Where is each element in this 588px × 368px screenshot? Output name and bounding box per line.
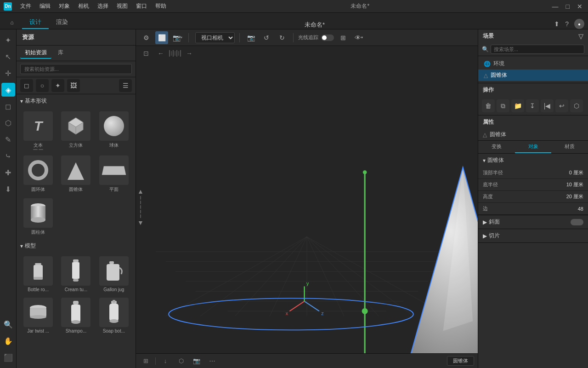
model-cream[interactable]: Cream tu... xyxy=(58,254,94,294)
tab-material[interactable]: 材质 xyxy=(551,141,588,153)
tab-design[interactable]: 设计 xyxy=(22,16,49,29)
svg-point-22 xyxy=(109,319,119,323)
help-icon[interactable]: ? xyxy=(565,20,569,28)
tool-shapes[interactable]: ◈ xyxy=(1,83,15,97)
shape-icon[interactable]: ⬡ xyxy=(175,355,187,367)
bevel-group-header[interactable]: ▶ 斜面 xyxy=(478,215,588,229)
filter-circle[interactable]: ○ xyxy=(36,79,49,92)
tool-sculpt[interactable]: ⤷ xyxy=(1,149,15,163)
align-icon[interactable]: ↧ xyxy=(526,99,539,112)
material-icon[interactable]: ⬡ xyxy=(570,99,583,112)
share-icon[interactable]: ⬆ xyxy=(554,20,560,28)
tool-object[interactable]: ◻ xyxy=(1,99,15,113)
raytrace-toggle[interactable] xyxy=(321,34,334,41)
more-options-icon[interactable]: ··· xyxy=(206,355,218,367)
model-bottle[interactable]: Bottle ro... xyxy=(20,254,56,294)
close-button[interactable]: ✕ xyxy=(575,3,584,10)
tool-move[interactable]: ✚ xyxy=(1,166,15,179)
next-frame-icon[interactable]: → xyxy=(183,47,196,60)
asset-cube[interactable]: 立方体 xyxy=(58,109,94,152)
tool-search[interactable]: 🔍 xyxy=(1,317,15,331)
home-tab[interactable]: ⌂ xyxy=(4,16,20,29)
models-section[interactable]: ▾ 模型 xyxy=(17,239,136,253)
first-frame-icon[interactable]: |◀ xyxy=(541,99,554,112)
menu-window[interactable]: 窗口 xyxy=(132,1,151,11)
filter-shape[interactable]: ◻ xyxy=(20,79,33,92)
slice-group-header[interactable]: ▶ 切片 xyxy=(478,229,588,242)
tool-add[interactable]: ✦ xyxy=(1,33,15,47)
tab-library[interactable]: 库 xyxy=(53,47,68,59)
asset-sphere[interactable]: 球体 xyxy=(96,109,132,152)
tab-initial-assets[interactable]: 初始资源 xyxy=(20,47,51,59)
tool-select[interactable]: ↖ xyxy=(1,50,15,63)
delete-icon[interactable]: 🗑 xyxy=(482,99,495,112)
user-avatar[interactable]: ● xyxy=(574,19,584,29)
sides-value[interactable]: 48 xyxy=(520,206,583,212)
app-body: ✦ ↖ ✛ ◈ ◻ ⬡ ✎ ⤷ ✚ ⬇ 🔍 ✋ ⬛ 资源 初始资源 库 ◻ ○ … xyxy=(0,29,588,368)
duplicate-icon[interactable]: ⧉ xyxy=(497,99,509,112)
model-shampoo[interactable]: Shampo... xyxy=(58,296,94,335)
prev-frame-icon[interactable]: ← xyxy=(154,47,167,60)
import-icon[interactable]: ↓ xyxy=(159,355,171,367)
asset-search-input[interactable] xyxy=(20,64,132,74)
tool-pull[interactable]: ⬇ xyxy=(1,182,15,196)
filter-list-view[interactable]: ☰ xyxy=(119,79,132,92)
scene-item-cone[interactable]: △ 圆锥体 xyxy=(478,69,588,81)
top-radius-value[interactable]: 0 厘米 xyxy=(520,169,583,176)
cone-3d[interactable] xyxy=(403,167,478,353)
camera-status-icon[interactable]: 📷 xyxy=(191,355,203,367)
maximize-button[interactable]: □ xyxy=(564,3,571,10)
scene-item-environment[interactable]: 🌐 环境 xyxy=(478,58,588,69)
viewport-orbit-icon[interactable]: ↻ xyxy=(276,31,288,44)
menu-edit[interactable]: 编辑 xyxy=(36,1,54,11)
snap-icon[interactable]: ⊞ xyxy=(140,355,152,367)
model-gallon[interactable]: Gallon jug xyxy=(96,254,132,294)
menu-help[interactable]: 帮助 xyxy=(152,1,170,11)
viewport-camera-align[interactable]: 📷 ▾ xyxy=(171,31,184,44)
height-value[interactable]: 20 厘米 xyxy=(520,193,583,200)
tab-render[interactable]: 渲染 xyxy=(49,16,75,29)
menu-camera[interactable]: 相机 xyxy=(74,1,93,11)
menu-file[interactable]: 文件 xyxy=(17,1,35,11)
viewport-rotate-icon[interactable]: ↺ xyxy=(260,31,273,44)
bevel-toggle[interactable] xyxy=(571,219,583,225)
prop-top-radius: 顶部半径 0 厘米 xyxy=(478,167,588,179)
folder-icon[interactable]: 📁 xyxy=(511,99,524,112)
scene-search-input[interactable] xyxy=(491,45,584,54)
tab-object[interactable]: 对象 xyxy=(515,141,552,153)
cone-group-header[interactable]: ▾ 圆锥体 xyxy=(478,154,588,167)
tool-history[interactable]: ⬛ xyxy=(1,351,15,364)
bottom-radius-value[interactable]: 10 厘米 xyxy=(520,181,583,188)
render-camera-icon[interactable]: 📷 xyxy=(244,31,257,44)
scene-filter-icon[interactable]: ▽ xyxy=(578,33,583,40)
tool-hand[interactable]: ✋ xyxy=(1,334,15,348)
asset-cylinder[interactable]: 圆柱体 xyxy=(20,196,56,237)
menu-select[interactable]: 选择 xyxy=(94,1,112,11)
asset-text[interactable]: T 文本 xyxy=(20,109,56,152)
tool-paint[interactable]: ⬡ xyxy=(1,116,15,130)
filter-image[interactable]: 🖼 xyxy=(67,79,80,92)
grid-icon[interactable]: ⊞ xyxy=(337,31,350,44)
models-grid: Bottle ro... Cream tu... xyxy=(17,253,136,337)
tab-transform[interactable]: 变换 xyxy=(478,141,515,153)
menu-view[interactable]: 视图 xyxy=(113,1,131,11)
tool-transform[interactable]: ✛ xyxy=(1,66,15,80)
model-soap[interactable]: Soap bot... xyxy=(96,296,132,335)
tool-brush[interactable]: ✎ xyxy=(1,132,15,146)
asset-plane[interactable]: 平面 xyxy=(96,154,132,195)
menu-object[interactable]: 对象 xyxy=(55,1,74,11)
basic-shapes-section[interactable]: ▾ 基本形状 xyxy=(17,94,136,108)
eye-menu-btn[interactable]: 👁 ▾ xyxy=(352,31,365,44)
asset-cone[interactable]: 圆锥体 xyxy=(58,154,94,195)
viewport-settings-icon[interactable]: ⚙ xyxy=(140,31,153,44)
slider-up-icon[interactable]: ▲ xyxy=(137,188,144,195)
fit-view-icon[interactable]: ⊡ xyxy=(140,47,153,60)
viewport-solid-view[interactable]: ⬜ xyxy=(155,31,168,44)
slider-down-icon[interactable]: ▼ xyxy=(137,219,144,226)
asset-torus[interactable]: 圆环体 xyxy=(20,154,56,195)
rotate-cw-icon[interactable]: ↩ xyxy=(555,99,568,112)
camera-select[interactable]: 视口相机 xyxy=(195,32,235,43)
filter-star[interactable]: ✦ xyxy=(51,79,64,92)
minimize-button[interactable]: — xyxy=(550,3,560,10)
model-jar[interactable]: Jar twist ... xyxy=(20,296,56,335)
